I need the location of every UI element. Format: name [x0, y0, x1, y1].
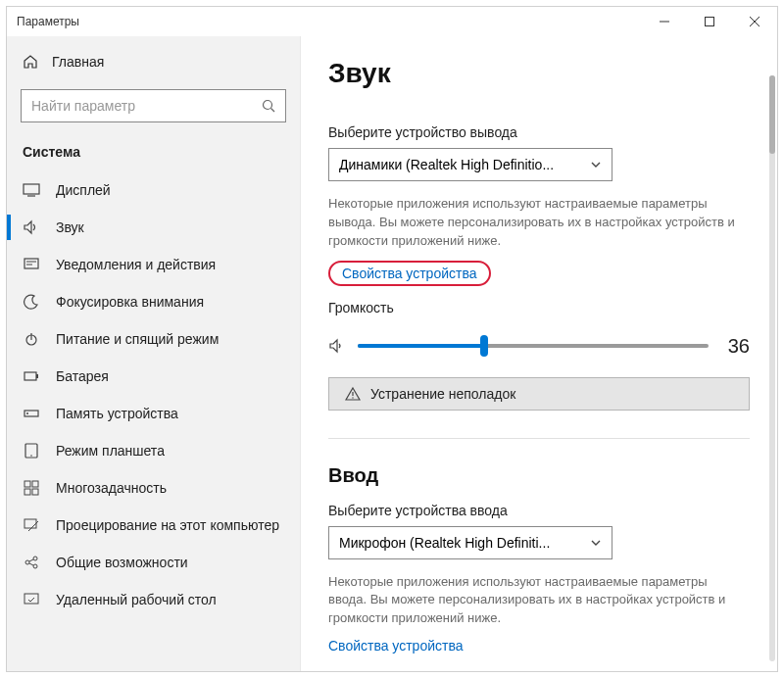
home-icon	[23, 54, 38, 70]
svg-rect-22	[32, 489, 38, 495]
nav-list: Дисплей Звук Уведомления и действия Фоку…	[7, 171, 300, 618]
svg-line-27	[29, 559, 33, 561]
svg-point-4	[264, 101, 272, 110]
chevron-down-icon	[590, 537, 602, 549]
sidebar-item-label: Питание и спящий режим	[56, 331, 219, 347]
input-heading: Ввод	[328, 464, 750, 487]
minimize-button[interactable]	[642, 7, 687, 36]
sidebar-item-tablet[interactable]: Режим планшета	[7, 432, 300, 469]
sidebar-item-label: Дисплей	[56, 182, 111, 198]
svg-rect-21	[24, 489, 30, 495]
svg-line-5	[271, 109, 275, 113]
output-desc: Некоторые приложения используют настраив…	[328, 195, 740, 251]
window-controls	[642, 7, 777, 36]
slider-thumb[interactable]	[480, 335, 488, 357]
warning-icon	[345, 386, 361, 402]
svg-rect-13	[24, 372, 36, 380]
volume-value: 36	[720, 335, 750, 358]
svg-rect-19	[24, 481, 30, 487]
sidebar-item-label: Звук	[56, 219, 84, 235]
slider-track[interactable]	[358, 344, 709, 348]
close-button[interactable]	[732, 7, 777, 36]
sidebar-item-label: Уведомления и действия	[56, 257, 216, 272]
display-icon	[23, 181, 40, 199]
sidebar-item-label: Батарея	[56, 368, 109, 384]
output-properties-link[interactable]: Свойства устройства	[328, 261, 491, 286]
sidebar-item-label: Удаленный рабочий стол	[56, 592, 217, 607]
sidebar-item-storage[interactable]: Память устройства	[7, 395, 300, 432]
input-device-select[interactable]: Микрофон (Realtek High Definiti...	[328, 526, 612, 559]
sidebar-item-shared[interactable]: Общие возможности	[7, 544, 300, 581]
battery-icon	[23, 367, 40, 385]
svg-rect-29	[24, 594, 38, 604]
sidebar-item-label: Режим планшета	[56, 443, 165, 459]
svg-point-18	[30, 455, 32, 457]
home-label: Главная	[52, 54, 104, 70]
shared-icon	[23, 554, 40, 571]
page-title: Звук	[328, 58, 750, 89]
home-link[interactable]: Главная	[7, 46, 300, 77]
svg-rect-8	[24, 259, 38, 268]
power-icon	[23, 330, 40, 348]
titlebar: Параметры	[7, 7, 777, 36]
svg-point-24	[25, 560, 29, 564]
search-input[interactable]: Найти параметр	[21, 89, 286, 122]
input-desc: Некоторые приложения используют настраив…	[328, 573, 740, 629]
output-device-selected: Динамики (Realtek High Definitio...	[339, 157, 554, 172]
svg-line-28	[29, 563, 33, 565]
moon-icon	[23, 293, 40, 311]
speaker-icon	[328, 337, 346, 355]
sidebar-item-label: Многозадачность	[56, 480, 167, 496]
remote-icon	[23, 591, 40, 608]
scrollbar-thumb[interactable]	[769, 75, 775, 154]
output-device-select[interactable]: Динамики (Realtek High Definitio...	[328, 148, 612, 181]
sidebar-item-project[interactable]: Проецирование на этот компьютер	[7, 507, 300, 544]
scrollbar[interactable]	[769, 75, 775, 661]
input-device-selected: Микрофон (Realtek High Definiti...	[339, 535, 550, 551]
output-device-label: Выберите устройство вывода	[328, 124, 750, 140]
sidebar-item-label: Проецирование на этот компьютер	[56, 517, 279, 533]
svg-point-25	[33, 557, 37, 560]
window-title: Параметры	[17, 15, 79, 28]
svg-rect-1	[706, 18, 714, 26]
sidebar: Главная Найти параметр Система Дисплей З…	[7, 36, 301, 671]
sidebar-item-multitask[interactable]: Многозадачность	[7, 469, 300, 507]
troubleshoot-button[interactable]: Устранение неполадок	[328, 377, 750, 411]
sidebar-item-remote[interactable]: Удаленный рабочий стол	[7, 581, 300, 618]
input-properties-link[interactable]: Свойства устройства	[328, 638, 750, 654]
search-placeholder: Найти параметр	[31, 98, 135, 114]
sidebar-item-focus[interactable]: Фокусировка внимания	[7, 283, 300, 320]
svg-point-16	[26, 412, 28, 414]
content-pane: Звук Выберите устройство вывода Динамики…	[301, 36, 777, 671]
volume-label: Громкость	[328, 300, 750, 315]
notifications-icon	[23, 256, 40, 273]
svg-rect-20	[32, 481, 38, 487]
sidebar-item-sound[interactable]: Звук	[7, 209, 300, 246]
storage-icon	[23, 405, 40, 422]
tablet-icon	[23, 442, 40, 460]
sidebar-item-display[interactable]: Дисплей	[7, 171, 300, 209]
multitask-icon	[23, 479, 40, 497]
sidebar-item-notifications[interactable]: Уведомления и действия	[7, 246, 300, 283]
sidebar-item-power[interactable]: Питание и спящий режим	[7, 320, 300, 358]
section-title: Система	[7, 140, 300, 171]
slider-fill	[358, 344, 484, 348]
svg-rect-6	[24, 184, 39, 194]
svg-point-31	[352, 397, 353, 398]
svg-rect-14	[36, 374, 38, 378]
troubleshoot-label: Устранение неполадок	[370, 386, 515, 402]
svg-rect-23	[24, 519, 36, 528]
project-icon	[23, 516, 40, 534]
volume-slider[interactable]: 36	[328, 335, 750, 358]
sidebar-item-label: Общие возможности	[56, 555, 188, 570]
sidebar-item-battery[interactable]: Батарея	[7, 358, 300, 395]
sound-icon	[23, 218, 40, 236]
svg-point-26	[33, 564, 37, 568]
input-device-label: Выберите устройства ввода	[328, 503, 750, 518]
chevron-down-icon	[590, 159, 602, 170]
settings-window: Параметры Главная Найти параметр Система…	[6, 6, 778, 672]
maximize-button[interactable]	[687, 7, 732, 36]
sidebar-item-label: Память устройства	[56, 406, 178, 421]
sidebar-item-label: Фокусировка внимания	[56, 294, 204, 310]
search-icon	[262, 99, 275, 113]
